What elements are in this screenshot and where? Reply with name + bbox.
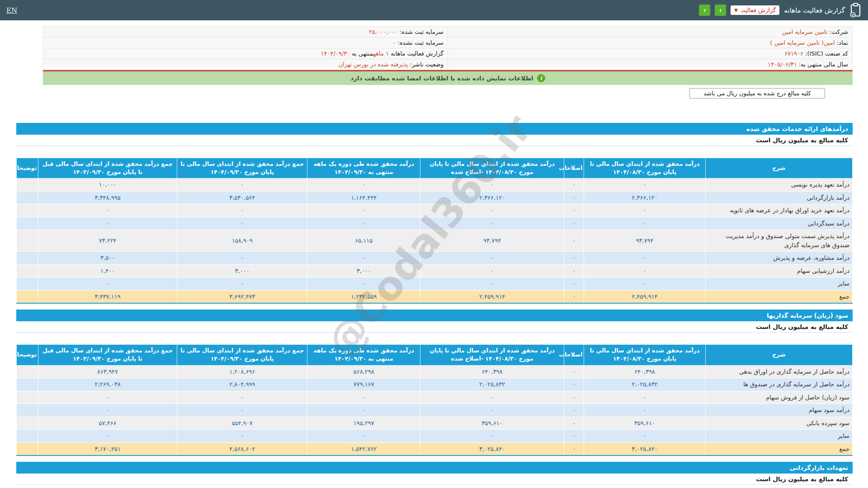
- column-header: درآمد محقق شده از ابتداي سال مالي تا پای…: [420, 158, 564, 178]
- column-header: درآمد محقق شده از ابتداي سال مالي تا پای…: [584, 345, 705, 365]
- comments-cell: [17, 417, 38, 430]
- info-value: ۶۷۱۹۰۶: [784, 50, 803, 57]
- column-header: توضیحات: [17, 158, 38, 178]
- value-cell: ۰: [177, 204, 307, 217]
- column-header: درآمد محقق شده طی دوره یک ماهه منتهی به …: [307, 158, 420, 178]
- value-cell: ۰: [584, 178, 705, 192]
- value-cell: ۰: [564, 365, 584, 378]
- info-label: سرمایه ثبت نشده:: [396, 39, 443, 46]
- value-cell: ۹۳,۷۹۴: [584, 230, 705, 252]
- company-info-row: شرکت: تامین سرمایه امینسرمایه ثبت شده: ۲…: [43, 27, 853, 38]
- table-row: درآمد پذیرش سمت متولی صندوق و درآمد مدیر…: [17, 230, 853, 252]
- value-cell: ۰: [38, 430, 177, 443]
- value-cell: ۰: [584, 404, 705, 417]
- info-value: ۱۴۰۴/۰۹/۳۰: [321, 50, 350, 57]
- info-label: شرکت:: [827, 28, 848, 35]
- table-row: درآمد سود سهام۰۰۰۰۰۰: [17, 404, 853, 417]
- table-row: درآمد مشاوره، عرضه و پذیرش۰۰۰۰۰۳,۵۰۰: [17, 252, 853, 265]
- report-section: سود (زیان) سرمایه گذاریها کلیه مبالغ به …: [0, 310, 868, 456]
- report-type-select[interactable]: گزارش فعالیت م ▼: [731, 5, 779, 15]
- info-value: ۲۵,۰۰۰,۰۰۰: [369, 28, 398, 35]
- value-cell: ۰: [307, 430, 420, 443]
- value-cell: ۱,۵۴۲,۷۶۲: [307, 442, 420, 455]
- section-title-bar: درآمدهای ارائه خدمات محقق شده: [16, 123, 853, 135]
- financial-table: شرحدرآمد محقق شده از ابتداي سال مالي تا …: [16, 344, 853, 456]
- value-cell: ۰: [307, 178, 420, 192]
- value-cell: ۲,۴۵۹,۹۱۴: [420, 290, 564, 303]
- row-label: درآمد تعهد پذیره نویسی: [705, 178, 852, 192]
- row-label: درآمد حاصل از سرمایه گذاری در اوراق بدهی: [705, 365, 852, 378]
- row-label: جمع: [705, 442, 852, 455]
- table-row: درآمد تعهد خرید اوراق بهادار در عرضه های…: [17, 204, 853, 217]
- column-header: اصلاحات: [564, 345, 584, 365]
- value-cell: ۰: [38, 217, 177, 230]
- info-icon: i: [537, 74, 545, 82]
- value-cell: ۰: [307, 404, 420, 417]
- column-header: جمع درآمد محقق شده از ابتدای سال مالی قب…: [38, 345, 177, 365]
- comments-cell: [17, 277, 38, 291]
- company-info-cell-left: وضعیت ناشر: پذیرفته شده در بورس تهران: [43, 59, 448, 70]
- value-cell: ۰: [564, 442, 584, 455]
- value-cell: ۵۷,۴۶۶: [38, 417, 177, 430]
- value-cell: ۰: [564, 378, 584, 391]
- section-title-bar: تعهدات بازارگردانی: [16, 462, 853, 474]
- row-label: سود (زیان) حاصل از فروش سهام: [705, 391, 852, 404]
- value-cell: ۰: [420, 264, 564, 277]
- value-cell: ۳,۶۹۲,۴۷۳: [177, 290, 307, 303]
- value-cell: ۰: [584, 252, 705, 265]
- value-cell: ۰: [564, 252, 584, 265]
- value-cell: ۲,۰۲۵,۸۳۲: [584, 378, 705, 391]
- table-row: درآمد تعهد پذیره نویسی۰۰۰۰۰۱۰,۰۰۰: [17, 178, 853, 192]
- value-cell: ۵۵۴,۹۰۷: [177, 417, 307, 430]
- amounts-note-box: کلیه مبالغ درج شده به میلیون ریال می باش…: [689, 88, 825, 99]
- value-cell: ۰: [564, 277, 584, 291]
- comments-cell: [17, 430, 38, 443]
- value-cell: ۶۴۰,۳۹۸: [420, 365, 564, 378]
- row-label: درآمد پذیرش سمت متولی صندوق و درآمد مدیر…: [705, 230, 852, 252]
- info-value: تامین سرمایه امین: [782, 28, 828, 35]
- value-cell: ۰: [307, 391, 420, 404]
- value-cell: ۷۷۹,۱۶۷: [307, 378, 420, 391]
- table-row: درآمد بازارگردانی۲,۳۶۶,۱۲۰۰۲,۳۶۶,۱۲۰۱,۱۶…: [17, 191, 853, 204]
- value-cell: ۲,۳۶۶,۱۲۰: [420, 191, 564, 204]
- value-cell: ۰: [564, 290, 584, 303]
- table-row: درآمد سبدگردانی۰۰۰۰۰۰: [17, 217, 853, 230]
- value-cell: ۰: [584, 430, 705, 443]
- value-cell: ۰: [564, 230, 584, 252]
- language-toggle-en[interactable]: EN: [6, 6, 17, 14]
- row-label: سود سپرده بانکی: [705, 417, 852, 430]
- company-info-cell-left: سرمایه ثبت شده: ۲۵,۰۰۰,۰۰۰: [43, 27, 448, 38]
- value-cell: ۰: [177, 277, 307, 291]
- value-cell: ۶۴۰,۳۹۸: [584, 365, 705, 378]
- info-value: ۱ ماهه: [373, 50, 389, 57]
- value-cell: ۳,۰۲۵,۸۴۰: [584, 442, 705, 455]
- value-cell: ۰: [38, 204, 177, 217]
- value-cell: ۹۳,۷۹۴: [420, 230, 564, 252]
- row-label: درآمد مشاوره، عرضه و پذیرش: [705, 252, 852, 265]
- next-report-button[interactable]: ›: [715, 5, 726, 16]
- row-label: درآمد سود سهام: [705, 404, 852, 417]
- column-header: درآمد محقق شده از ابتداي سال مالي تا پای…: [584, 158, 705, 178]
- value-cell: ۷۳,۲۲۴: [38, 230, 177, 252]
- prev-report-button[interactable]: ‹: [699, 5, 710, 16]
- value-cell: ۰: [177, 430, 307, 443]
- comments-cell: [17, 217, 38, 230]
- value-cell: ۲,۰۲۵,۸۳۲: [420, 378, 564, 391]
- value-cell: ۰: [420, 391, 564, 404]
- section-table-holder: شرحدرآمد محقق شده از ابتداي سال مالي تا …: [16, 158, 853, 304]
- value-cell: ۰: [564, 178, 584, 192]
- signature-match-banner: i اطلاعات نمایش داده شده با اطلاعات امضا…: [43, 70, 853, 85]
- comments-cell: [17, 230, 38, 252]
- company-info-cell-right: شرکت: تامین سرمایه امین: [448, 27, 853, 38]
- comments-cell: [17, 290, 38, 303]
- value-cell: ۵۶۸,۲۹۸: [307, 365, 420, 378]
- column-header: توضیحات: [17, 345, 38, 365]
- report-section: تعهدات بازارگردانی کلیه مبالغ به میلیون …: [0, 462, 868, 485]
- comments-cell: [17, 404, 38, 417]
- value-cell: ۰: [420, 178, 564, 192]
- table-row: سایر۰۰۰۰۰۰: [17, 277, 853, 291]
- value-cell: ۲,۴۵۹,۹۱۴: [584, 290, 705, 303]
- value-cell: ۰: [584, 204, 705, 217]
- value-cell: ۰: [420, 204, 564, 217]
- comments-cell: [17, 442, 38, 455]
